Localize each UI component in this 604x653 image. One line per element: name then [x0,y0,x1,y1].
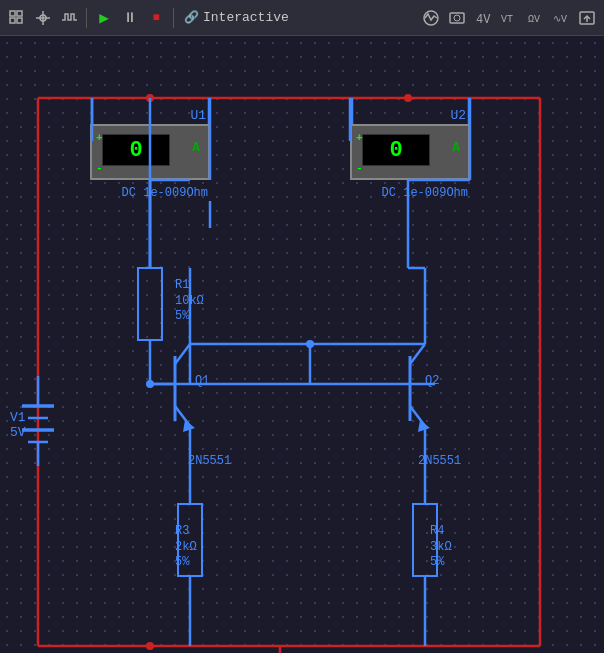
export-icon[interactable] [576,7,598,29]
svg-text:VT: VT [501,14,513,25]
svg-line-57 [410,344,425,364]
svg-point-9 [454,15,460,21]
toolbar-right-group: 4V VT ΩV ∿V [420,7,598,29]
svg-line-43 [175,344,190,364]
pin-icon: 🔗 [184,10,199,25]
svg-rect-62 [413,504,437,576]
run-button[interactable]: ▶ [93,7,115,29]
svg-text:4V: 4V [476,13,491,27]
svg-rect-1 [17,11,22,16]
snap-icon[interactable] [32,7,54,29]
vt-icon[interactable]: VT [498,7,520,29]
svg-text:ΩV: ΩV [528,14,540,25]
mode-title: Interactive [203,10,289,25]
wave-icon[interactable]: ∿V [550,7,572,29]
grid-icon[interactable] [6,7,28,29]
separator2 [173,8,174,28]
svg-rect-3 [17,18,22,23]
scope1-icon[interactable] [420,7,442,29]
svg-rect-2 [10,18,15,23]
measure-icon[interactable]: 4V [472,7,494,29]
svg-text:∿V: ∿V [553,14,567,25]
toolbar: ▶ ⏸ ■ 🔗 Interactive 4V VT ΩV ∿V [0,0,604,36]
svg-point-22 [404,94,412,102]
circuit-diagram [0,36,604,653]
schematic-canvas[interactable]: + 0 A - U1 DC 1e-009Ohm + 0 A - U2 DC 1e… [0,36,604,653]
svg-rect-0 [10,11,15,16]
settings2-icon[interactable]: ΩV [524,7,546,29]
svg-point-23 [146,642,154,650]
scope2-icon[interactable] [446,7,468,29]
svg-rect-35 [138,268,162,340]
stop-button[interactable]: ■ [145,7,167,29]
svg-rect-52 [178,504,202,576]
separator [86,8,87,28]
pause-button[interactable]: ⏸ [119,7,141,29]
waveform-icon[interactable] [58,7,80,29]
mode-label: 🔗 Interactive [184,10,289,25]
